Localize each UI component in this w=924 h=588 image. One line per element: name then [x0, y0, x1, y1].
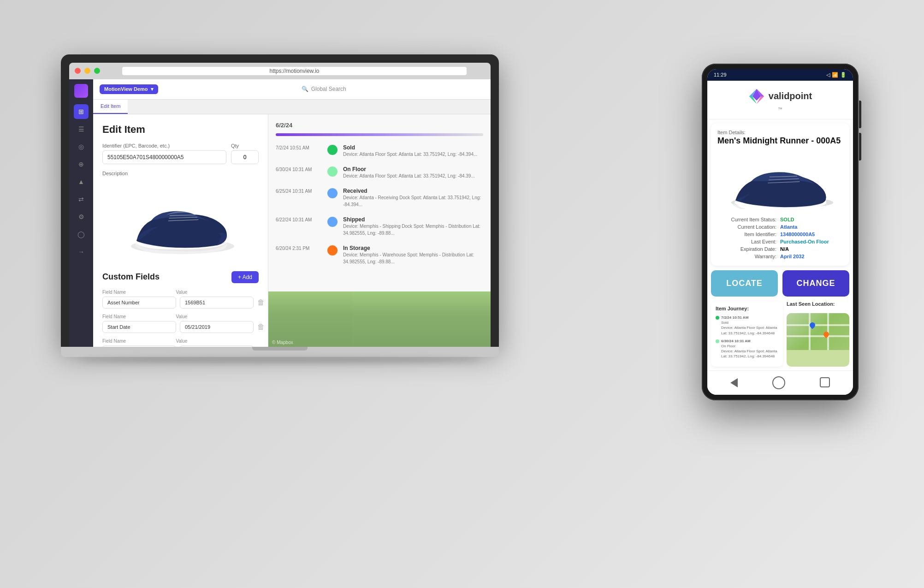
tl-time-3: 6/25/24 10:31 AM	[276, 188, 322, 194]
close-button[interactable]	[75, 68, 81, 74]
cf1-field-input[interactable]	[102, 297, 176, 309]
vp-tagline: ™	[715, 107, 846, 112]
custom-field-2: Field Name Value 🗑	[102, 314, 259, 333]
tl-detail-5: Device: Memphis - Warehouse Spot: Memphi…	[343, 251, 483, 265]
identifier-label: Identifier (EPC, Barcode, etc.)	[102, 143, 226, 148]
laptop-shadow	[79, 357, 480, 363]
maximize-button[interactable]	[94, 68, 100, 74]
qty-input[interactable]	[231, 150, 259, 164]
minimize-button[interactable]	[84, 68, 90, 74]
cf1-inputs: 🗑	[102, 297, 259, 309]
journey-box: Item Journey: 7/2/24 10:51 AM Sold Devic…	[711, 301, 783, 367]
map-mini	[787, 313, 849, 367]
recents-button[interactable]	[820, 377, 830, 387]
laptop-hinge	[252, 347, 308, 350]
tl-dot-1	[327, 145, 338, 155]
item-details-name: Men's Midnight Runner - 000A5	[717, 136, 843, 146]
change-button[interactable]: CHANGE	[782, 270, 849, 297]
cf2-delete-button[interactable]: 🗑	[257, 323, 265, 331]
cf2-value-input[interactable]	[180, 321, 254, 333]
sidebar-icon-settings[interactable]: ⚙	[74, 209, 89, 224]
phone-nav-bar	[707, 370, 853, 395]
status-label: Current Item Status:	[717, 217, 780, 222]
map-road-h1	[787, 324, 849, 326]
product-image	[121, 181, 241, 264]
volume-up-button[interactable]	[859, 101, 861, 128]
tl-dot-4	[327, 217, 338, 227]
phone-frame: 11:29 ◁ 📶 🔋	[702, 64, 859, 400]
cf2-field-input[interactable]	[102, 321, 176, 333]
custom-fields-title: Custom Fields	[102, 272, 160, 282]
custom-field-1: Field Name Value 🗑	[102, 290, 259, 309]
timeline-item-2: 6/30/24 10:31 AM On Floor Device: Atlant…	[276, 166, 483, 179]
vp-diamond-icon	[748, 88, 765, 105]
sidebar-icon-items[interactable]: ☰	[74, 122, 89, 137]
tl-detail-3: Device: Atlanta - Receiving Dock Spot: A…	[343, 194, 483, 208]
volume-down-button[interactable]	[859, 133, 861, 160]
tl-detail-1: Device: Atlanta Floor Spot: Atlanta Lat:…	[343, 151, 477, 158]
sidebar-icon-connections[interactable]: ⇄	[74, 192, 89, 207]
journey-title: Item Journey:	[716, 306, 778, 311]
locate-button[interactable]: LOCATE	[711, 270, 778, 297]
sidebar-icon-users[interactable]: ◎	[74, 139, 89, 154]
phone-status-bar: 11:29 ◁ 📶 🔋	[707, 69, 853, 81]
qty-label: Qty	[231, 143, 259, 148]
identifier-row: Identifier (EPC, Barcode, etc.) Qty	[102, 143, 259, 164]
phone-device: 11:29 ◁ 📶 🔋	[702, 64, 859, 400]
tl-dot-2	[327, 166, 338, 177]
expiration-value: N/A	[780, 246, 843, 252]
expiration-label: Expiration Date:	[717, 246, 780, 252]
phone-header: validpoint ™	[707, 81, 853, 119]
status-value: SOLD	[780, 217, 843, 222]
sidebar-icon-logout[interactable]: →	[74, 244, 89, 259]
cf3-field-label: Field Name	[102, 339, 172, 344]
timeline-area: 6/2/24 7/2/24 10:51 AM Sold Device: Atla…	[268, 114, 491, 281]
laptop: https://motionview.io ⊞ ☰ ◎ ⊕ ▲ ⇄ ⚙ ◯ →	[61, 54, 499, 363]
brand-name: validpoint	[769, 91, 812, 101]
timeline-bar	[276, 133, 483, 136]
tl-info-4: Shipped Device: Memphis - Shipping Dock …	[343, 216, 483, 237]
laptop-titlebar: https://motionview.io	[69, 63, 491, 79]
j-text-1: 7/2/24 10:51 AM Sold Device: Atlanta Flo…	[721, 315, 778, 336]
tab-bar: Edit Item	[93, 100, 491, 114]
journey-item-1: 7/2/24 10:51 AM Sold Device: Atlanta Flo…	[716, 315, 778, 336]
sidebar-icon-home[interactable]: ⊞	[74, 104, 89, 119]
top-nav: MotionView Demo ▾ 🔍 Global Search	[93, 79, 491, 100]
custom-field-3: Field Name Value 🗑	[102, 339, 259, 347]
global-search[interactable]: 🔍 Global Search	[164, 86, 484, 92]
item-details-label: Item Details:	[717, 130, 843, 135]
cf1-delete-button[interactable]: 🗑	[257, 298, 265, 307]
sidebar-logo	[74, 84, 88, 98]
add-field-button[interactable]: + Add	[231, 271, 259, 283]
tl-detail-2: Device: Atlanta Floor Spot: Atlanta Lat:…	[343, 172, 475, 179]
home-button[interactable]	[772, 376, 785, 389]
map-road-v1	[809, 313, 811, 350]
tl-event-2: On Floor	[343, 166, 475, 172]
j-dot-1	[716, 316, 719, 320]
search-icon: 🔍	[302, 86, 308, 92]
sidebar-icon-search[interactable]: ◯	[74, 227, 89, 242]
last-event-label: Last Event:	[717, 239, 780, 244]
sidebar-icon-grid[interactable]: ⊕	[74, 157, 89, 172]
url-bar[interactable]: https://motionview.io	[122, 67, 467, 75]
location-value: Atlanta	[780, 224, 843, 230]
cf2-inputs: 🗑	[102, 321, 259, 333]
tl-info-2: On Floor Device: Atlanta Floor Spot: Atl…	[343, 166, 475, 179]
tl-event-3: Received	[343, 188, 483, 194]
map-visual	[787, 313, 849, 350]
back-button[interactable]	[730, 378, 738, 387]
content-body: Edit Item Identifier (EPC, Barcode, etc.…	[93, 114, 491, 347]
cf2-field-label: Field Name	[102, 314, 172, 319]
validpoint-logo: validpoint	[715, 88, 846, 105]
identifier-input[interactable]	[102, 150, 226, 164]
tl-time-2: 6/30/24 10:31 AM	[276, 166, 322, 172]
sidebar-icon-analytics[interactable]: ▲	[74, 174, 89, 189]
cf1-value-label: Value	[176, 290, 245, 295]
tab-edit-item[interactable]: Edit Item	[93, 100, 128, 114]
cf1-value-input[interactable]	[180, 297, 254, 309]
wifi-icon: 📶	[832, 72, 838, 78]
tl-info-1: Sold Device: Atlanta Floor Spot: Atlanta…	[343, 144, 477, 158]
nav-brand[interactable]: MotionView Demo ▾	[100, 84, 158, 94]
tl-time-1: 7/2/24 10:51 AM	[276, 144, 322, 150]
tl-dot-3	[327, 188, 338, 198]
